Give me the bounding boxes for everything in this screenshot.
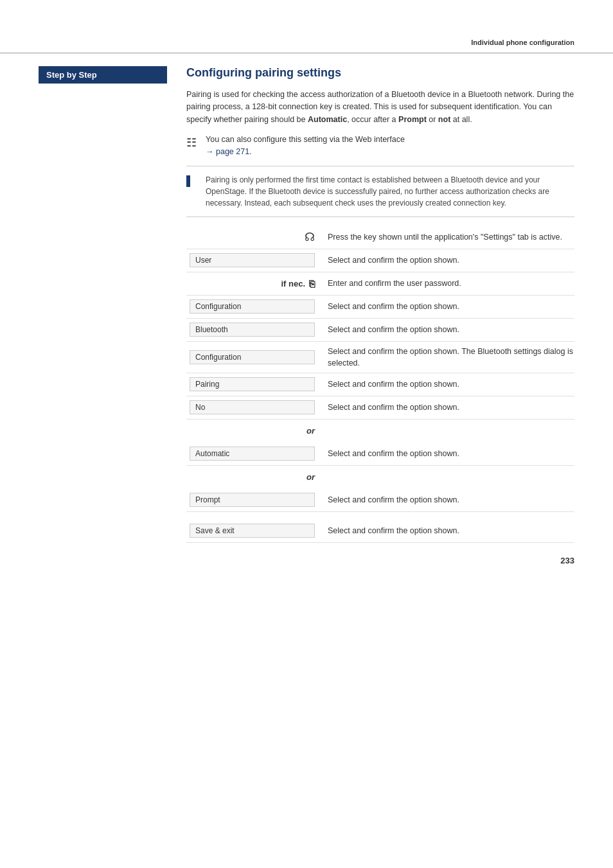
step-row-user: User Select and confirm the option shown… (186, 249, 574, 272)
press-key-left: ☊ (186, 226, 321, 249)
header-title: Individual phone configuration (471, 39, 574, 46)
web-interface-note: ☷ You can also configure this setting vi… (186, 134, 574, 166)
no-instruction: Select and confirm the option shown. (321, 396, 574, 419)
if-nec-label: if nec. ⎘ (281, 278, 315, 289)
pairing-instruction: Select and confirm the option shown. (321, 373, 574, 396)
settings-icon: ☊ (305, 230, 315, 244)
step-row-or1: or (186, 420, 574, 443)
prompt-instruction: Select and confirm the option shown. (321, 489, 574, 511)
user-button[interactable]: User (190, 253, 315, 267)
step-row-no: No Select and confirm the option shown. (186, 396, 574, 420)
config2-instruction: Select and confirm the option shown. The… (321, 342, 574, 373)
step-row-prompt: Prompt Select and confirm the option sho… (186, 489, 574, 512)
step-row-pairing: Pairing Select and confirm the option sh… (186, 373, 574, 396)
step-row-save: Save & exit Select and confirm the optio… (186, 520, 574, 543)
configuration-button-2[interactable]: Configuration (190, 350, 315, 364)
keyboard-icon: ⎘ (309, 278, 315, 289)
intro-text: Pairing is used for checking the access … (186, 89, 574, 126)
info-bar-icon (186, 175, 200, 190)
press-key-right: Press the key shown until the applicatio… (321, 226, 574, 249)
or-label-1: or (306, 426, 315, 436)
right-panel: Configuring pairing settings Pairing is … (173, 53, 574, 543)
save-exit-button[interactable]: Save & exit (190, 524, 315, 538)
no-button[interactable]: No (190, 400, 315, 414)
step-row-automatic: Automatic Select and confirm the option … (186, 443, 574, 466)
step-row-config1: Configuration Select and confirm the opt… (186, 296, 574, 319)
config1-instruction: Select and confirm the option shown. (321, 296, 574, 318)
ifnec-instruction: Enter and confirm the user password. (321, 272, 574, 295)
bluetooth-instruction: Select and confirm the option shown. (321, 319, 574, 341)
document-icon: ☷ (186, 134, 200, 152)
step-rows: ☊ Press the key shown until the applicat… (186, 226, 574, 543)
step-row-ifnec: if nec. ⎘ Enter and confirm the user pas… (186, 272, 574, 296)
configuration-button-1[interactable]: Configuration (190, 299, 315, 314)
step-by-step-label: Step by Step (39, 66, 167, 84)
info-box: Pairing is only performed the first time… (186, 174, 574, 217)
step-row-bluetooth: Bluetooth Select and confirm the option … (186, 319, 574, 342)
save-instruction: Select and confirm the option shown. (321, 520, 574, 542)
automatic-button[interactable]: Automatic (190, 447, 315, 461)
user-instruction: Select and confirm the option shown. (321, 249, 574, 272)
left-panel: Step by Step (39, 53, 173, 543)
step-row-or2: or (186, 466, 574, 489)
section-title: Configuring pairing settings (186, 66, 574, 80)
step-row-config2: Configuration Select and confirm the opt… (186, 342, 574, 373)
prompt-button[interactable]: Prompt (190, 493, 315, 507)
page-number: 233 (0, 543, 613, 578)
pairing-button[interactable]: Pairing (190, 377, 315, 391)
automatic-instruction: Select and confirm the option shown. (321, 443, 574, 465)
or-label-2: or (306, 472, 315, 482)
step-row-empty (186, 512, 574, 520)
page-header: Individual phone configuration (0, 0, 613, 53)
press-key-row: ☊ Press the key shown until the applicat… (186, 226, 574, 249)
bluetooth-button[interactable]: Bluetooth (190, 323, 315, 337)
